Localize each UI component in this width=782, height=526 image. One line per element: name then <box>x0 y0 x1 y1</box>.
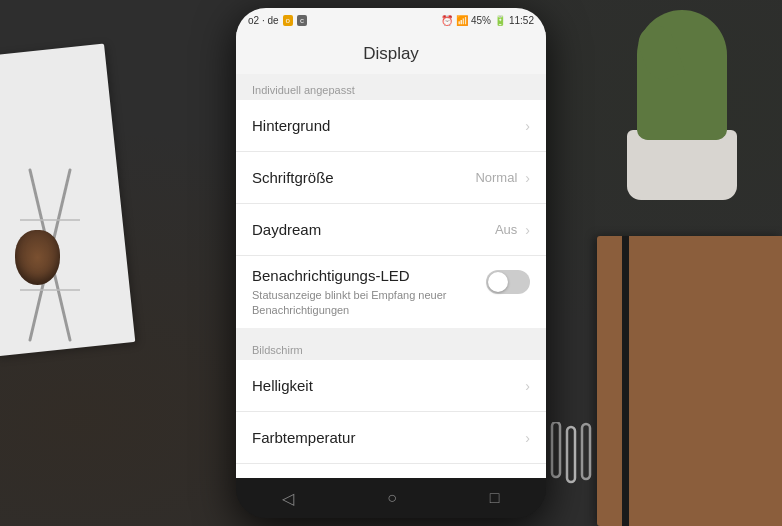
led-toggle[interactable] <box>486 270 530 294</box>
farbtemperatur-content: Farbtemperatur <box>252 428 521 448</box>
schriftgroesse-value: Normal <box>475 170 517 185</box>
status-left: o2 · de o c <box>248 15 307 26</box>
cactus-scene <box>582 0 782 210</box>
farbtemperatur-item[interactable]: Farbtemperatur › <box>236 412 546 464</box>
farbtemperatur-title: Farbtemperatur <box>252 428 521 448</box>
hintergrund-content: Hintergrund <box>252 116 521 136</box>
led-item[interactable]: Benachrichtigungs-LED Statusanzeige blin… <box>236 256 546 328</box>
left-decoration <box>0 0 170 526</box>
helligkeit-title: Helligkeit <box>252 376 521 396</box>
settings-list: Individuell angepasst Hintergrund › <box>236 74 546 478</box>
led-subtitle: Statusanzeige blinkt bei Empfang neuer B… <box>252 288 486 319</box>
tools <box>10 160 140 460</box>
badge1: o <box>283 15 293 26</box>
schriftgroesse-item[interactable]: Schriftgröße Normal › <box>236 152 546 204</box>
daydream-content: Daydream <box>252 220 495 240</box>
ruhezustand-item[interactable]: Ruhezustand Bildschirm wird wegen Ruhezu… <box>236 464 546 478</box>
recent-button[interactable]: □ <box>490 489 500 507</box>
ruhezustand-content: Ruhezustand Bildschirm wird wegen Ruhezu… <box>252 474 427 478</box>
nav-bar: ◁ ○ □ <box>236 478 546 518</box>
battery-icon: 🔋 <box>494 15 506 26</box>
helligkeit-content: Helligkeit <box>252 376 521 396</box>
clips-icon <box>547 422 597 492</box>
helligkeit-chevron: › <box>525 378 530 394</box>
daydream-item[interactable]: Daydream Aus › <box>236 204 546 256</box>
metal-clips <box>547 422 597 496</box>
right-decoration <box>582 0 782 526</box>
ruhezustand-value: Nach 30 Sekunden ohne Aktivität <box>427 476 517 478</box>
daydream-title: Daydream <box>252 220 495 240</box>
svg-rect-5 <box>552 422 560 477</box>
alarm-icon: ⏰ <box>441 15 453 26</box>
section-1-group: Hintergrund › Schriftgröße Normal › <box>236 100 546 328</box>
signal-icon: 📶 <box>456 15 468 26</box>
page-title: Display <box>236 32 546 74</box>
svg-rect-7 <box>582 424 590 479</box>
schriftgroesse-title: Schriftgröße <box>252 168 475 188</box>
led-content: Benachrichtigungs-LED Statusanzeige blin… <box>252 266 486 318</box>
notebook-elastic <box>622 236 629 526</box>
battery-percent: 45% <box>471 15 491 26</box>
section-header-individuell: Individuell angepasst <box>236 74 546 100</box>
screen: Display Individuell angepasst Hintergrun… <box>236 32 546 478</box>
daydream-value: Aus <box>495 222 517 237</box>
hintergrund-item[interactable]: Hintergrund › <box>236 100 546 152</box>
ruhezustand-title: Ruhezustand <box>252 474 427 478</box>
schriftgroesse-content: Schriftgröße <box>252 168 475 188</box>
phone: o2 · de o c ⏰ 📶 45% 🔋 11:52 Display Indi… <box>236 8 546 518</box>
svg-rect-6 <box>567 427 575 482</box>
section-2-group: Helligkeit › Farbtemperatur › <box>236 360 546 478</box>
helligkeit-item[interactable]: Helligkeit › <box>236 360 546 412</box>
home-button[interactable]: ○ <box>387 489 397 507</box>
section-header-bildschirm: Bildschirm <box>236 334 546 360</box>
daydream-chevron: › <box>525 222 530 238</box>
hintergrund-title: Hintergrund <box>252 116 521 136</box>
farbtemperatur-chevron: › <box>525 430 530 446</box>
carrier-text: o2 · de <box>248 15 279 26</box>
badge2: c <box>297 15 307 26</box>
status-bar: o2 · de o c ⏰ 📶 45% 🔋 11:52 <box>236 8 546 32</box>
time-display: 11:52 <box>509 15 534 26</box>
back-button[interactable]: ◁ <box>282 489 294 508</box>
ruhezustand-chevron: › <box>525 476 530 478</box>
pot <box>627 130 737 200</box>
status-right: ⏰ 📶 45% 🔋 11:52 <box>441 15 534 26</box>
schriftgroesse-chevron: › <box>525 170 530 186</box>
notebook <box>597 236 782 526</box>
led-title: Benachrichtigungs-LED <box>252 266 486 286</box>
pinecone <box>15 230 60 285</box>
hintergrund-chevron: › <box>525 118 530 134</box>
